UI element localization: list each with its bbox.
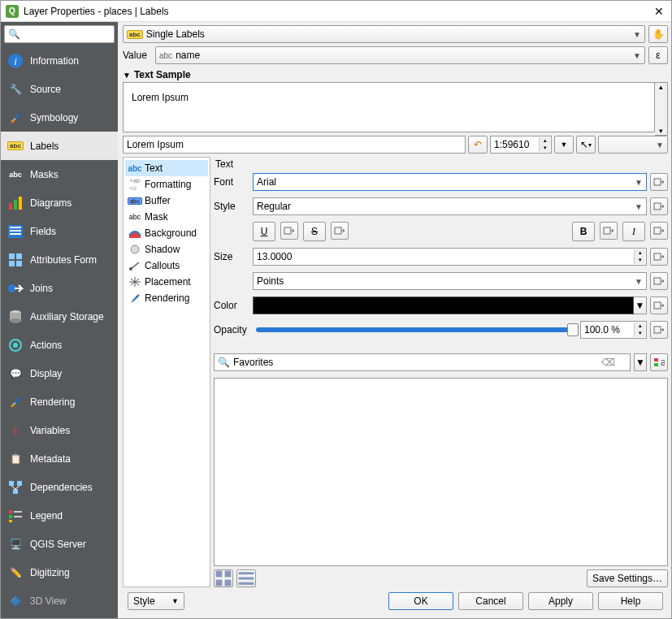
styles-preview[interactable] — [214, 378, 668, 566]
sidebar-item-rendering[interactable]: 🖌️Rendering — [1, 387, 118, 416]
svg-rect-33 — [335, 227, 341, 234]
strikeout-button[interactable]: S — [303, 222, 326, 241]
favorites-dropdown[interactable]: ▼ — [634, 353, 647, 371]
scale-dropdown[interactable]: ▼ — [554, 136, 574, 154]
subtab-buffer[interactable]: abcBuffer — [125, 193, 208, 209]
subtab-background[interactable]: Background — [125, 225, 208, 241]
reset-sample-button[interactable]: ↶ — [468, 136, 488, 154]
svg-point-18 — [13, 343, 18, 348]
collapse-icon: ▼ — [123, 71, 131, 80]
sidebar-item-3d-view[interactable]: 🔷3D View — [1, 587, 118, 615]
scroll-up[interactable]: ▴ — [655, 83, 667, 91]
sidebar-item-auxiliary-storage[interactable]: Auxiliary Storage — [1, 302, 118, 331]
bold-override[interactable] — [600, 222, 618, 240]
scroll-down[interactable]: ▾ — [655, 127, 667, 135]
sidebar-item-attributes-form[interactable]: Attributes Form — [1, 245, 118, 274]
svg-rect-19 — [9, 481, 14, 486]
style-menu-button[interactable]: Style▼ — [128, 592, 184, 610]
sidebar-item-dependencies[interactable]: Dependencies — [1, 473, 118, 501]
subtab-mask[interactable]: abcMask — [125, 209, 208, 225]
sidebar-item-actions[interactable]: Actions — [1, 331, 118, 359]
value-field-dropdown[interactable]: abc name ▼ — [155, 46, 645, 64]
subtab-text[interactable]: abcText — [125, 160, 208, 176]
subtab-formatting[interactable]: +ab<cFormatting — [125, 176, 208, 193]
sidebar-item-label: Legend — [30, 510, 63, 522]
size-unit-override[interactable] — [650, 272, 668, 290]
svg-rect-46 — [225, 580, 232, 587]
sidebar-item-label: Symbology — [30, 112, 78, 123]
sidebar-item-metadata[interactable]: 📋Metadata — [1, 444, 118, 473]
sample-text-input[interactable] — [123, 136, 466, 154]
clear-icon[interactable]: ⌫ — [601, 357, 615, 368]
size-override[interactable] — [650, 248, 668, 266]
cancel-label: Cancel — [475, 595, 505, 607]
color-dropdown[interactable]: ▼ — [634, 297, 647, 314]
svg-rect-45 — [216, 580, 223, 587]
sidebar-item-variables[interactable]: εVariables — [1, 416, 118, 444]
ok-button[interactable]: OK — [388, 592, 453, 610]
masks-icon: abc — [7, 167, 24, 183]
font-combo[interactable]: Arial▼ — [253, 173, 647, 191]
list-view-button[interactable] — [236, 569, 256, 587]
sidebar-item-symbology[interactable]: 🖌️Symbology — [1, 103, 118, 132]
italic-label: I — [632, 226, 635, 238]
save-settings-button[interactable]: Save Settings… — [587, 569, 668, 587]
sidebar-item-digitizing[interactable]: ✏️Digitizing — [1, 558, 118, 587]
sidebar-item-labels[interactable]: abcLabels — [1, 132, 118, 160]
pick-color-button[interactable]: ↖▾ — [576, 136, 596, 154]
text-sample-heading: Text Sample — [134, 69, 191, 80]
background-dropdown[interactable]: ▼ — [598, 136, 668, 154]
strikeout-override[interactable] — [331, 222, 349, 240]
text-sample-header[interactable]: ▼ Text Sample — [123, 67, 668, 82]
help-button[interactable]: Help — [598, 592, 663, 610]
subtab-shadow[interactable]: Shadow — [125, 241, 208, 258]
cancel-button[interactable]: Cancel — [458, 592, 523, 610]
sidebar-item-information[interactable]: iInformation — [1, 46, 118, 75]
expression-button[interactable]: ε — [648, 46, 668, 64]
sidebar-item-display[interactable]: 💬Display — [1, 359, 118, 387]
sidebar-item-source[interactable]: 🔧Source — [1, 75, 118, 103]
slider-thumb[interactable] — [567, 323, 579, 336]
size-input[interactable]: 13.0000▴▾ — [253, 248, 647, 266]
svg-rect-49 — [239, 582, 254, 585]
scale-input[interactable]: 1:59610▴▾ — [490, 136, 552, 154]
icon-view-button[interactable] — [214, 569, 233, 587]
apply-button[interactable]: Apply — [528, 592, 593, 610]
qgis-icon: Q — [6, 5, 19, 18]
search-icon: 🔍 — [218, 357, 230, 368]
underline-label: U — [261, 226, 268, 237]
tags-button[interactable]: a — [650, 353, 668, 371]
label-mode-dropdown[interactable]: abc Single Labels ▼ — [123, 25, 645, 43]
sidebar-item-diagrams[interactable]: Diagrams — [1, 188, 118, 217]
labeling-options-button[interactable]: ✋ — [648, 25, 668, 43]
color-override[interactable] — [650, 297, 668, 314]
subtab-rendering[interactable]: 🖊️Rendering — [125, 290, 208, 306]
italic-override[interactable] — [650, 222, 668, 240]
opacity-slider[interactable] — [256, 327, 574, 332]
italic-button[interactable]: I — [622, 222, 645, 241]
digitizing-icon: ✏️ — [7, 565, 24, 581]
underline-button[interactable]: U — [253, 222, 275, 241]
close-button[interactable]: ✕ — [652, 5, 666, 18]
opacity-input[interactable]: 100.0 %▴▾ — [580, 321, 647, 339]
underline-override[interactable] — [280, 222, 298, 240]
sidebar-item-legend[interactable]: Legend — [1, 501, 118, 530]
sidebar-item-qgis-server[interactable]: 🖥️QGIS Server — [1, 530, 118, 558]
bold-button[interactable]: B — [572, 222, 595, 241]
favorites-search[interactable]: 🔍 Favorites ⌫ — [214, 353, 631, 371]
sidebar-item-fields[interactable]: Fields — [1, 217, 118, 245]
sidebar-item-masks[interactable]: abcMasks — [1, 160, 118, 188]
style-override[interactable] — [650, 197, 668, 215]
style-combo[interactable]: Regular▼ — [253, 197, 647, 215]
sidebar-item-joins[interactable]: Joins — [1, 274, 118, 302]
subtab-callouts[interactable]: Callouts — [125, 258, 208, 274]
size-unit-combo[interactable]: Points▼ — [253, 272, 647, 290]
subtab-label: Rendering — [145, 292, 189, 304]
sidebar-search[interactable]: 🔍 — [4, 25, 115, 43]
color-button[interactable] — [253, 297, 634, 314]
svg-rect-36 — [654, 253, 661, 260]
font-override[interactable] — [650, 173, 668, 191]
subtab-placement[interactable]: Placement — [125, 274, 208, 290]
svg-rect-35 — [654, 227, 661, 234]
opacity-override[interactable] — [650, 321, 668, 339]
